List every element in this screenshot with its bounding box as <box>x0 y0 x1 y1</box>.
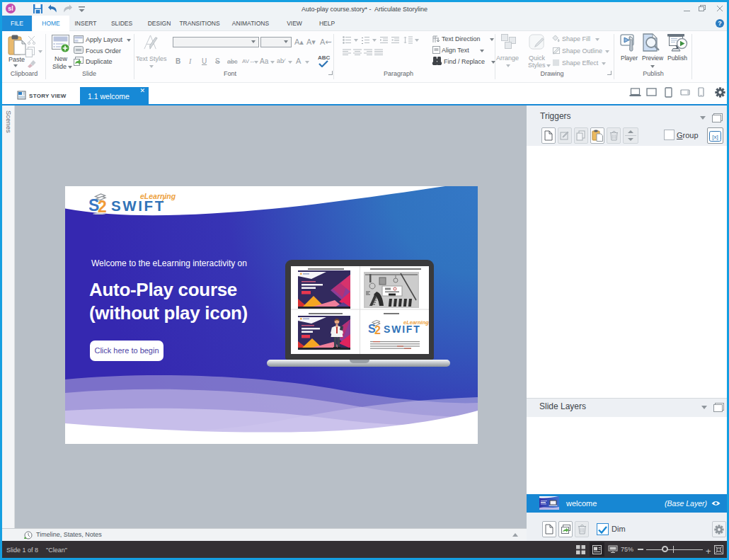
svg-text:[x]: [x] <box>712 134 718 140</box>
svg-text:eLearning: eLearning <box>403 319 429 326</box>
svg-text:2: 2 <box>374 324 381 336</box>
svg-text:2: 2 <box>98 198 107 215</box>
svg-text:eLearning: eLearning <box>140 192 176 200</box>
